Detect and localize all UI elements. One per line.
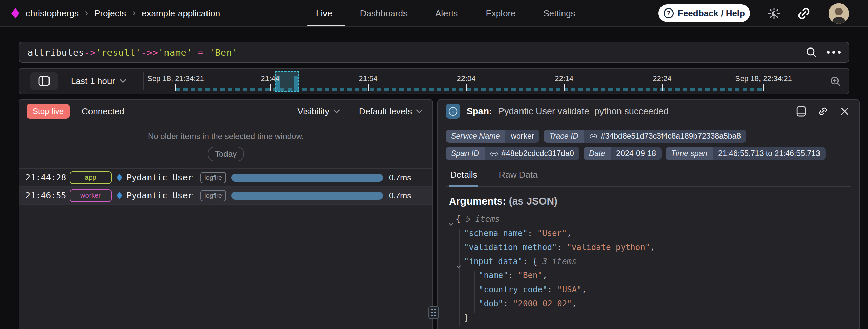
json-token: } (464, 313, 469, 323)
badge-value[interactable]: #34bd8e51d73c3f4c8a189b72338a5ba8 (584, 130, 746, 143)
json-token: { (456, 214, 466, 224)
span-row[interactable]: 21:44:28appPydantic Userlogfire0.7ms (19, 169, 432, 187)
json-token: "schema_name" (464, 229, 528, 238)
breadcrumb-item[interactable]: christophergs (26, 8, 79, 19)
badge-value: 2024-09-18 (611, 147, 662, 160)
breadcrumb-separator: › (85, 7, 88, 18)
visibility-dropdown[interactable]: Visibility (295, 106, 342, 117)
json-token: "validation_method" (464, 243, 557, 252)
query-more-button[interactable] (827, 51, 841, 54)
timeline-start-tick (175, 84, 176, 91)
link-icon (815, 104, 830, 119)
timeline-tick-mark (564, 84, 565, 91)
nav-tab-live[interactable]: Live (316, 8, 332, 19)
nav-tab-dashboards[interactable]: Dashboards (360, 8, 408, 19)
json-token: : (522, 257, 532, 266)
today-button[interactable]: Today (208, 147, 244, 161)
live-view-panel: Stop live Connected Visibility Default l… (19, 99, 433, 329)
breadcrumb-item[interactable]: example-application (142, 8, 220, 19)
json-token: "2000-02-02" (513, 299, 572, 308)
duration-label: 0.7ms (389, 191, 411, 200)
theme-toggle-button[interactable] (765, 5, 783, 22)
timeline-tick-mark (466, 84, 467, 91)
breadcrumb-item[interactable]: Projects (94, 8, 126, 19)
span-metadata-badges: Service NameworkerTrace ID#34bd8e51d73c3… (438, 123, 859, 163)
breadcrumb-items: christophergs›Projects›example-applicati… (26, 8, 220, 19)
json-token: "validate_python" (567, 243, 650, 252)
default-levels-label: Default levels (359, 106, 412, 117)
json-token: , (650, 243, 655, 252)
search-icon[interactable] (805, 46, 817, 58)
nav-tab-settings[interactable]: Settings (544, 8, 575, 19)
nav-tab-alerts[interactable]: Alerts (435, 8, 458, 19)
json-token: "USA" (557, 285, 581, 294)
sidebar-toggle-button[interactable] (30, 72, 58, 90)
user-avatar[interactable] (829, 3, 849, 24)
arguments-json-tree: { 5 items"schema_name": "User","validati… (449, 212, 848, 325)
arguments-heading: Arguments: (as JSON) (449, 195, 848, 207)
timeline-tick-label: 22:24 (653, 74, 671, 83)
nav-tab-explore[interactable]: Explore (486, 8, 515, 19)
json-token: 3 items (542, 257, 576, 266)
span-name: Pydantic User (126, 173, 193, 182)
timeline-end-tick (763, 84, 764, 91)
copy-link-button[interactable] (816, 104, 830, 118)
tab-raw-data[interactable]: Raw Data (497, 165, 539, 187)
span-diamond-icon (117, 174, 122, 181)
json-token: : (547, 285, 557, 294)
json-token: "Ben" (518, 271, 542, 280)
json-line: "country_code": "USA", (449, 283, 848, 297)
json-line: "dob": "2000-02-02", (449, 297, 848, 311)
tab-details[interactable]: Details (449, 165, 478, 187)
logfire-logo-icon[interactable] (11, 8, 20, 19)
panel-resize-handle[interactable] (428, 306, 439, 319)
query-token: 'result' (96, 47, 141, 58)
json-token: : (557, 243, 567, 252)
metadata-badge: Trace ID#34bd8e51d73c3f4c8a189b72338a5ba… (544, 130, 746, 143)
default-levels-dropdown[interactable]: Default levels (357, 106, 425, 117)
connection-status: Connected (82, 106, 124, 117)
timeline-plot[interactable]: Sep 18, 21:34:21 Sep 18, 22:34:21 21:442… (176, 69, 764, 94)
feedback-help-button[interactable]: ? Feedback / Help (658, 4, 750, 22)
span-diamond-icon (117, 192, 122, 199)
timeline-zoom-button[interactable] (828, 74, 843, 89)
span-row[interactable]: 21:46:55workerPydantic Userlogfire0.7ms (19, 187, 432, 205)
active-tab-underline (307, 25, 345, 26)
panel-split-icon (38, 76, 50, 86)
detail-content: Arguments: (as JSON) { 5 items"schema_na… (438, 187, 859, 325)
badge-label: Time span (666, 147, 713, 160)
query-input[interactable]: attributes->'result'->>'name' = 'Ben' (27, 47, 805, 58)
duration-label: 0.7ms (389, 173, 411, 182)
time-range-dropdown[interactable]: Last 1 hour (69, 69, 129, 94)
scope-badge: logfire (200, 172, 226, 183)
json-token: , (542, 271, 547, 280)
span-title: Pydantic User validate_python succeeded (498, 106, 786, 117)
span-timestamp: 21:44:28 (25, 173, 65, 182)
timeline-tick-mark (368, 84, 369, 91)
share-link-button[interactable] (795, 5, 813, 22)
json-line: { 5 items (449, 212, 848, 227)
info-chip (446, 104, 460, 119)
badge-label: Date (584, 147, 611, 160)
help-icon: ? (664, 8, 674, 18)
json-line: "input_data": { 3 items (449, 255, 848, 269)
detail-tabs: DetailsRaw Data (446, 165, 851, 187)
json-token: "input_data" (464, 257, 522, 266)
arguments-heading-suffix: (as JSON) (509, 195, 557, 207)
dock-panel-button[interactable] (794, 104, 808, 118)
close-icon (840, 107, 849, 116)
query-token: 'Ben' (209, 47, 238, 58)
json-token: "User" (537, 229, 567, 238)
metadata-badge: Service Nameworker (446, 130, 539, 143)
close-panel-button[interactable] (838, 104, 851, 118)
badge-label: Span ID (446, 147, 485, 160)
topbar: christophergs›Projects›example-applicati… (0, 0, 868, 27)
logfire-app: christophergs›Projects›example-applicati… (0, 0, 868, 329)
span-kind-label: Span: (467, 106, 492, 117)
stop-live-button[interactable]: Stop live (27, 104, 70, 119)
link-icon (794, 3, 814, 23)
span-name: Pydantic User (126, 191, 193, 200)
query-token: 'name' (158, 47, 192, 58)
query-bar[interactable]: attributes->'result'->>'name' = 'Ben' (19, 42, 849, 63)
badge-value[interactable]: #48eb2cdcdc317da0 (485, 147, 579, 160)
